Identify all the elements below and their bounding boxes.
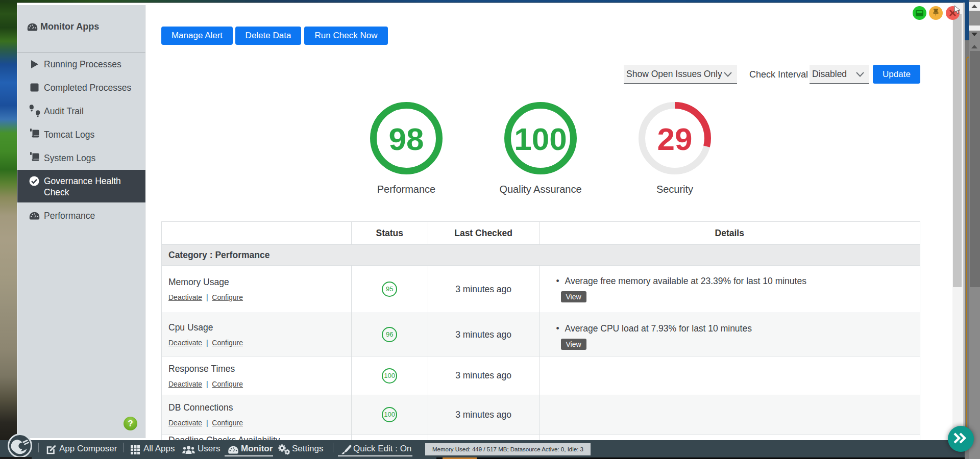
svg-text:29: 29 [657,121,693,157]
svg-text:100: 100 [514,121,567,157]
svg-text:98: 98 [389,121,424,157]
